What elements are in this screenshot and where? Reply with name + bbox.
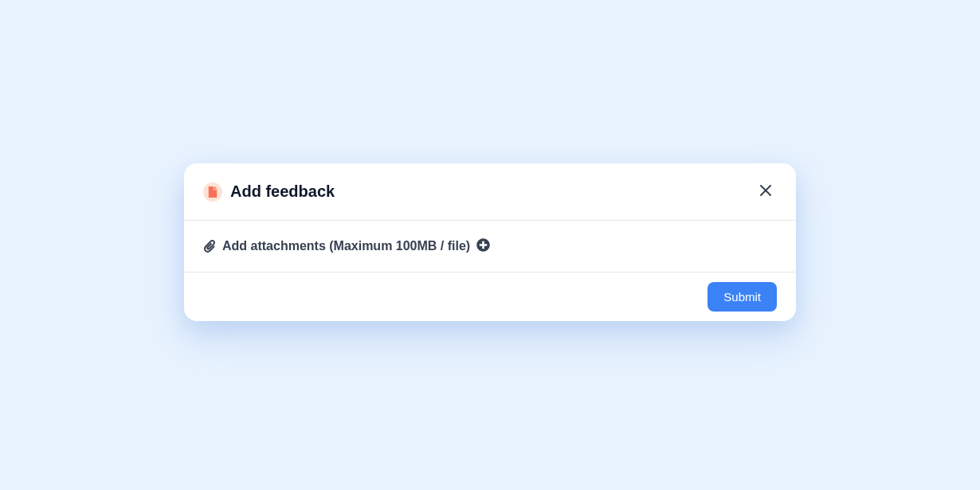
document-icon [203,182,222,202]
header-left: Add feedback [203,182,335,202]
attachments-label: Add attachments (Maximum 100MB / file) [222,239,470,253]
modal-footer: Submit [184,272,796,321]
modal-title: Add feedback [230,182,335,201]
close-button[interactable] [755,179,777,204]
paperclip-icon [203,240,216,253]
modal-body: Add attachments (Maximum 100MB / file) [184,221,796,272]
attachments-row: Add attachments (Maximum 100MB / file) [203,238,777,254]
close-icon [759,184,772,199]
feedback-modal: Add feedback Add attachments (Maximum 10… [184,163,796,321]
add-attachment-button[interactable] [476,238,490,254]
plus-circle-icon [476,238,490,254]
submit-button[interactable]: Submit [708,282,777,312]
modal-header: Add feedback [184,163,796,221]
